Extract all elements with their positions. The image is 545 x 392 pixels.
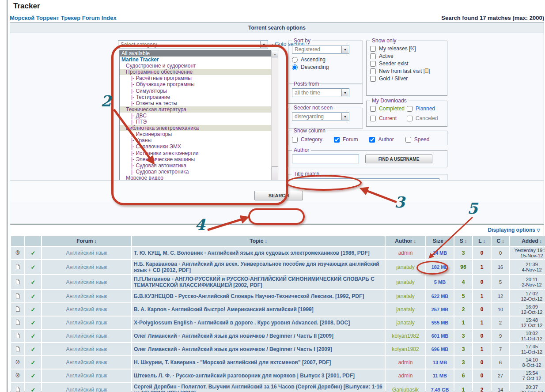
find-username-button[interactable]: FIND A USERNAME xyxy=(365,155,432,163)
my-downloads-checkbox[interactable]: Canceled xyxy=(407,115,443,121)
forum-link[interactable]: Английский язык xyxy=(66,359,107,366)
radio-input[interactable] xyxy=(292,64,298,70)
checkbox-input[interactable] xyxy=(370,116,376,121)
checkbox-input[interactable] xyxy=(370,46,376,52)
checkbox-input[interactable] xyxy=(407,106,413,112)
author-link[interactable]: janataly xyxy=(396,320,414,326)
show-only-checkbox[interactable]: New from last visit [] xyxy=(370,68,443,74)
author-link[interactable]: janataly xyxy=(396,264,414,270)
show-column-checkbox[interactable]: Category xyxy=(292,136,322,143)
size-link[interactable]: 555 MB xyxy=(431,320,449,325)
category-option[interactable]: |- Симуляторы xyxy=(120,88,271,94)
show-column-checkbox[interactable]: Speed xyxy=(405,136,430,143)
category-select[interactable]: Select category ▼ xyxy=(118,40,268,49)
checkbox-input[interactable] xyxy=(369,137,375,143)
header-author[interactable]: Author ↕ xyxy=(386,236,425,246)
my-downloads-checkbox[interactable]: Current xyxy=(370,115,407,121)
displaying-options-link[interactable]: Displaying options ▽ xyxy=(488,227,540,233)
dropdown-arrow-icon[interactable]: ▼ xyxy=(260,41,267,48)
size-link[interactable]: 696 MB xyxy=(431,347,449,352)
dropdown-arrow-icon[interactable]: ▼ xyxy=(341,46,348,53)
posts-from-select[interactable]: all the time ▼ xyxy=(292,88,349,97)
my-downloads-checkbox[interactable]: Planned xyxy=(407,106,443,112)
topic-link[interactable]: Н. Шкурим, Т. Каверина - "Морской англий… xyxy=(134,359,331,366)
dropdown-arrow-icon[interactable]: ▼ xyxy=(341,113,348,120)
category-option[interactable]: Библиотека электромеханика xyxy=(120,125,271,131)
topic-link[interactable]: Т. Ю. КУЩ, М. С. Воловник - Английский я… xyxy=(134,250,370,256)
header-completed[interactable]: C ↕ xyxy=(492,236,509,246)
category-option[interactable]: |- ПТЭ xyxy=(120,119,271,125)
forum-link[interactable]: Английский язык xyxy=(66,279,107,285)
show-column-checkbox[interactable]: Forum xyxy=(334,136,358,143)
category-option[interactable]: Программное обеспечение xyxy=(120,69,271,75)
author-link[interactable]: admin xyxy=(398,250,413,256)
sort-icon[interactable]: ↕ xyxy=(445,239,447,244)
category-option[interactable]: |- Тестирование xyxy=(120,94,271,100)
category-option[interactable]: |- Расчётные программы xyxy=(120,75,271,81)
show-only-checkbox[interactable]: Gold / Silver xyxy=(370,75,443,82)
size-link[interactable]: 11 MB xyxy=(433,373,447,378)
category-option[interactable]: |- Ответы на тесты xyxy=(120,100,271,106)
forum-link[interactable]: Английский язык xyxy=(66,387,107,392)
forum-link[interactable]: Английский язык xyxy=(66,373,107,379)
sort-icon[interactable]: ↕ xyxy=(483,239,485,244)
sort-by-select[interactable]: Registered ▼ xyxy=(292,45,349,54)
topic-link[interactable]: В. А. Карпов - Английский быстро! Америк… xyxy=(134,306,314,313)
author-link[interactable]: kolyan1982 xyxy=(392,333,419,339)
category-option[interactable]: |- ДВС xyxy=(120,113,271,119)
header-seeders[interactable]: S ↕ xyxy=(454,236,472,246)
radio-input[interactable] xyxy=(292,57,298,63)
topic-link[interactable]: Олег Лиманский - Английский язык для нов… xyxy=(134,346,332,352)
dropdown-arrow-icon[interactable]: ▼ xyxy=(341,89,348,96)
topic-link[interactable]: Н.Б. Караванова - Английский для всех. У… xyxy=(134,261,379,273)
category-option[interactable]: |- Судовая автоматика xyxy=(120,162,271,169)
category-option[interactable]: |- Инсинераторы xyxy=(120,131,271,137)
search-button[interactable]: SEARCH xyxy=(254,191,303,200)
sort-direction-radio[interactable]: Descending xyxy=(292,64,359,70)
author-link[interactable]: admin xyxy=(398,359,413,366)
header-leechers[interactable]: L ↕ xyxy=(473,236,491,246)
show-only-checkbox[interactable]: My releases [®] xyxy=(370,45,443,52)
category-option[interactable]: Судостроение и судоремонт xyxy=(120,63,271,69)
my-downloads-checkbox[interactable]: Completed xyxy=(370,106,407,112)
show-only-checkbox[interactable]: Seeder exist xyxy=(370,60,443,67)
header-size[interactable]: Size ↕ xyxy=(426,236,454,246)
size-link[interactable]: 5 MB xyxy=(434,279,446,285)
category-option[interactable]: |- Источники электоэнергии xyxy=(120,150,271,156)
category-option[interactable]: All available xyxy=(120,50,271,57)
topic-link[interactable]: Олег Лиманский - Английский язык для нов… xyxy=(134,333,333,339)
forum-link[interactable]: Английский язык xyxy=(66,293,107,299)
category-option[interactable]: |- Справочники ЭМХ xyxy=(120,143,271,150)
size-link[interactable]: 14 MB xyxy=(433,250,447,256)
sort-icon[interactable]: ↕ xyxy=(95,239,97,244)
header-topic[interactable]: Topic ↕ xyxy=(132,236,385,246)
header-forum[interactable]: Forum ↕ xyxy=(42,236,131,246)
header-added[interactable]: Added ↕ xyxy=(510,236,545,246)
show-column-checkbox[interactable]: Author xyxy=(369,136,394,143)
category-option[interactable]: Marine Tracker xyxy=(120,57,271,63)
category-option[interactable]: |- Обучающие программы xyxy=(120,81,271,87)
checkbox-input[interactable] xyxy=(370,61,376,67)
size-link[interactable]: 7.49 GB xyxy=(431,387,449,392)
category-listbox[interactable]: All availableMarine TrackerСудостроение … xyxy=(119,50,279,200)
sort-icon[interactable]: ↕ xyxy=(414,239,416,244)
author-link[interactable]: kolyan1982 xyxy=(392,346,419,352)
forum-link[interactable]: Английский язык xyxy=(66,346,107,352)
listbox-scrollbar[interactable]: ▲ ▼ xyxy=(271,51,278,199)
topic-link[interactable]: Сергей Дерябин - Полиглот. Выучим Англий… xyxy=(134,384,382,392)
category-option[interactable]: Техническая литература xyxy=(120,106,271,113)
author-link[interactable]: Ganjubasik xyxy=(392,387,419,392)
show-only-checkbox[interactable]: Active xyxy=(370,53,443,59)
size-link[interactable]: 622 MB xyxy=(431,294,449,299)
author-link[interactable]: admin xyxy=(398,373,413,379)
checkbox-input[interactable] xyxy=(370,76,376,82)
category-option[interactable]: |- Краны xyxy=(120,137,271,143)
topic-link[interactable]: X-Polyglossum English - Английский в дор… xyxy=(134,320,350,326)
checkbox-input[interactable] xyxy=(370,68,376,74)
sort-direction-radio[interactable]: Ascending xyxy=(292,57,359,63)
forum-link[interactable]: Английский язык xyxy=(66,320,107,326)
sort-icon[interactable]: ↕ xyxy=(540,239,542,244)
topic-link[interactable]: Штекель Л. Ф. - Русско-английский разгов… xyxy=(134,373,355,379)
size-link[interactable]: 257 MB xyxy=(431,307,449,312)
author-link[interactable]: janataly xyxy=(396,293,414,299)
